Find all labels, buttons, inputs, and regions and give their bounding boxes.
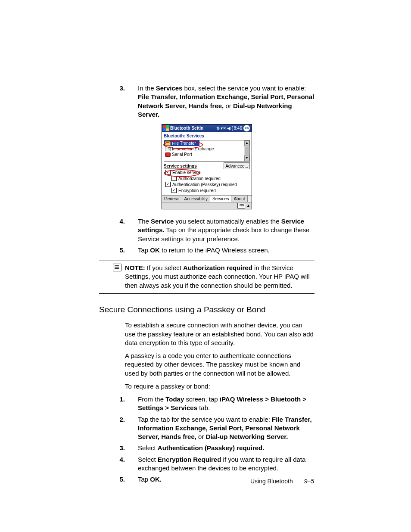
signal-icon[interactable]: ▾✕	[221, 126, 226, 131]
list-item-serial-port[interactable]: Serial Port	[164, 152, 249, 157]
step-text: The Service you select automatically ena…	[133, 217, 314, 243]
port-icon	[165, 152, 171, 157]
tab-accessibility[interactable]: Accessibility	[182, 196, 210, 202]
ok-button[interactable]: ok	[243, 124, 250, 132]
tab-general[interactable]: General	[162, 196, 182, 202]
scroll-down[interactable]: ▼	[244, 156, 249, 161]
page-number: 9–5	[304, 478, 314, 485]
connectivity-icon[interactable]: ⇅	[216, 126, 220, 131]
clock-sep: {	[231, 126, 233, 131]
step-4: 4. The Service you select automatically …	[99, 217, 314, 243]
note-icon	[113, 264, 121, 271]
advanced-button[interactable]: Advanced...	[224, 162, 250, 169]
clock-time[interactable]: 8:46	[234, 126, 242, 131]
card-icon	[165, 147, 171, 151]
folder-icon	[165, 141, 171, 146]
substep-2: 2. Tap the tab for the service you want …	[99, 415, 314, 442]
scrollbar[interactable]: ▲ ▼	[244, 140, 249, 161]
screen-subtitle: Bluetooth: Services	[162, 132, 252, 139]
list-item-info-exchange[interactable]: Information Exchange	[164, 146, 249, 152]
volume-icon[interactable]: ◀	[227, 126, 230, 131]
step-number: 3.	[99, 84, 133, 119]
substep-4: 4. Select Encryption Required if you wan…	[99, 455, 314, 473]
step-number: 4.	[99, 455, 133, 473]
checkbox-icon[interactable]: ✓	[171, 188, 177, 193]
sip-bar: ⌨ ▲	[162, 202, 252, 209]
services-listbox[interactable]: File Transfer Information Exchange Seria…	[164, 140, 250, 162]
step-number: 5.	[99, 246, 133, 255]
pda-titlebar: Bluetooth Settin ⇅ ▾✕ ◀ { 8:46 ok	[162, 124, 252, 132]
step-text: In the Services box, select the service …	[133, 84, 314, 119]
step-3: 3. In the Services box, select the servi…	[99, 84, 314, 119]
checkbox-icon[interactable]: ✓	[165, 182, 171, 187]
service-settings-label: Service settings	[164, 164, 197, 168]
checkbox-icon[interactable]: ✓	[165, 170, 171, 175]
step-number: 3.	[99, 444, 133, 452]
footer-label: Using Bluetooth	[250, 478, 293, 485]
window-title: Bluetooth Settin	[170, 126, 203, 131]
paragraph: To require a passkey or bond:	[125, 382, 314, 391]
start-icon[interactable]	[163, 125, 169, 131]
paragraph: A passkey is a code you enter to authent…	[125, 352, 314, 378]
bluetooth-settings-screenshot: Bluetooth Settin ⇅ ▾✕ ◀ { 8:46 ok Blueto…	[162, 124, 252, 209]
step-text: Tap the tab for the service you want to …	[133, 415, 314, 442]
substep-3: 3. Select Authentication (Passkey) requi…	[99, 444, 314, 452]
keyboard-icon[interactable]: ⌨	[237, 203, 245, 208]
step-number: 1.	[99, 395, 133, 413]
step-text: Select Authentication (Passkey) required…	[133, 444, 314, 452]
note-label: NOTE:	[125, 264, 145, 271]
step-number: 5.	[99, 475, 133, 484]
checkbox-authorization[interactable]: Authorization required	[162, 175, 252, 181]
step-text: Select Encryption Required if you want t…	[133, 455, 314, 473]
tab-bar: General Accessibility Services About	[162, 195, 252, 202]
substep-1: 1. From the Today screen, tap iPAQ Wirel…	[99, 395, 314, 413]
tab-services[interactable]: Services	[210, 196, 231, 202]
sip-up-icon[interactable]: ▲	[246, 204, 250, 208]
step-5: 5. Tap OK to return to the iPAQ Wireless…	[99, 246, 314, 255]
step-text: Tap OK to return to the iPAQ Wireless sc…	[133, 246, 314, 255]
scroll-up[interactable]: ▲	[244, 140, 249, 146]
note-block: NOTE: If you select Authorization requir…	[99, 261, 314, 294]
step-number: 4.	[99, 217, 133, 243]
checkbox-authentication[interactable]: ✓ Authentication (Passkey) required	[162, 181, 252, 187]
list-item-file-transfer[interactable]: File Transfer	[164, 140, 199, 146]
tab-about[interactable]: About	[231, 196, 247, 202]
checkbox-enable-service[interactable]: ✓ Enable service	[162, 169, 252, 175]
checkbox-icon[interactable]	[171, 176, 177, 181]
scroll-thumb[interactable]	[245, 146, 249, 155]
page-footer: Using Bluetooth 9–5	[250, 477, 314, 485]
checkbox-encryption[interactable]: ✓ Encryption required	[162, 187, 252, 193]
step-number: 2.	[99, 415, 133, 442]
paragraph: To establish a secure connection with an…	[125, 321, 314, 347]
step-text: From the Today screen, tap iPAQ Wireless…	[133, 395, 314, 413]
section-heading: Secure Connections using a Passkey or Bo…	[99, 304, 314, 315]
